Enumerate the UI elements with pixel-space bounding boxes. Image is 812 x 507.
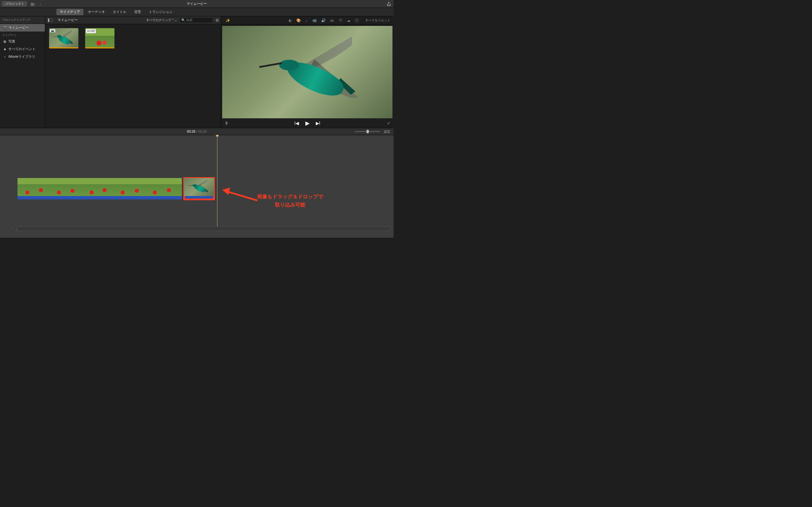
sidebar-item-photos[interactable]: ✿ 写真 [0,38,45,45]
magic-wand-icon[interactable]: ✨ [225,18,230,22]
music-note-icon: ♫ [15,227,18,230]
sidebar-item-all-events[interactable]: ★ すべてのイベント [0,45,45,53]
annotation-line1: 画像もドラッグ＆ドロップで [257,193,323,201]
noise-equalizer-icon[interactable] [330,19,334,22]
clip-filter-dropdown[interactable]: すべてのクリップ ⌃⌄ [146,18,177,22]
color-correction-icon[interactable]: 🎨 [296,18,301,22]
sidebar-item-my-movie[interactable]: 🎬 マイムービー [0,24,45,32]
info-icon[interactable]: ⓘ [355,18,359,23]
reset-all-button[interactable]: すべてをリセット [365,18,390,22]
timeline-settings-button[interactable]: 設定 [384,129,390,134]
photos-flower-icon: ✿ [3,40,7,44]
sidebar-project-media-header: プロジェクトメディア [0,16,45,24]
media-tabs: マイメディア オーディオ タイトル 背景 トランジション [0,8,394,16]
current-time: 00:26 [187,129,195,133]
speed-icon[interactable]: ⏱ [339,18,342,22]
clip-grid: 📷 22.6秒 [45,24,221,52]
timeline[interactable]: ♫ 画像もドラッグ＆ドロップで 取り込み可能 [0,135,394,238]
flower-icon [26,190,29,194]
stabilization-icon[interactable]: 📹 [312,18,317,22]
browser-header: マイムービー すべてのクリップ ⌃⌄ 🔍 検索 ⚙ [45,16,221,24]
chevron-right-icon: › [3,55,7,59]
download-icon[interactable]: ↓ [40,2,42,6]
adjust-toolbar: ✨ ◐ 🎨 ⟂ 📹 🔊 ⏱ ☁ ⓘ すべてをリセット [221,16,394,25]
flower-icon [57,190,61,194]
next-button[interactable]: ▶I [316,121,320,126]
browser-title: マイムービー [57,18,78,22]
media-browser: マイムービー すべてのクリップ ⌃⌄ 🔍 検索 ⚙ 📷 [45,16,221,128]
flower-icon [103,188,107,192]
tab-backgrounds[interactable]: 背景 [131,9,144,15]
svg-line-2 [227,191,257,201]
media-import-icon[interactable]: ▦♪ [31,2,36,6]
timeline-header: 00:26 / 00:26 設定 [0,128,394,135]
flower-icon [103,41,107,45]
video-track [17,178,214,203]
tab-audio[interactable]: オーディオ [85,9,108,15]
sidebar-item-label: マイムービー [8,25,29,30]
search-placeholder: 検索 [186,18,193,22]
flower-icon [70,189,74,193]
sidebar-item-imovie-library[interactable]: › iMovieライブラリ [0,53,45,61]
crop-icon[interactable]: ⟂ [305,18,308,22]
window-title: マイムービー [187,1,207,6]
microphone-icon[interactable]: 🎙 [224,121,229,126]
flower-icon [96,41,101,46]
tab-titles[interactable]: タイトル [109,9,130,15]
search-input[interactable]: 🔍 検索 [179,17,213,23]
share-icon[interactable] [387,2,391,6]
titlebar: ‹ プロジェクト ▦♪ ↓ マイムービー [0,0,394,8]
updown-icon: ⌃⌄ [172,18,177,22]
svg-rect-1 [48,18,49,22]
clip-filter-icon[interactable]: ☁ [347,18,350,22]
sidebar-toggle-icon[interactable] [47,18,54,22]
clip-duration-badge: 22.6秒 [86,29,96,33]
sidebar-item-label: 写真 [8,39,15,44]
svg-marker-3 [222,187,230,195]
camera-badge-icon: 📷 [50,29,55,33]
flower-icon [39,188,43,192]
flower-icon [90,190,94,194]
back-label: プロジェクト [6,2,24,6]
timeline-clip-image[interactable] [184,178,214,200]
timeline-clip-video[interactable] [17,178,182,200]
prev-button[interactable]: I◀ [294,121,299,126]
viewer: ✨ ◐ 🎨 ⟂ 📹 🔊 ⏱ ☁ ⓘ すべてをリセット 🎙 I◀ ▶ ▶I ⤢ [221,16,394,128]
tab-transitions[interactable]: トランジション [146,9,176,15]
zoom-slider[interactable] [355,131,380,132]
fullscreen-icon[interactable]: ⤢ [387,121,390,125]
search-icon: 🔍 [181,18,185,22]
playback-controls: 🎙 I◀ ▶ ▶I ⤢ [221,118,394,128]
sidebar-item-label: すべてのイベント [8,47,36,52]
gear-icon[interactable]: ⚙ [215,18,219,22]
flower-icon [135,189,139,193]
clip-thumbnail-video[interactable]: 22.6秒 [85,28,114,48]
flower-icon [167,188,171,192]
sidebar: プロジェクトメディア 🎬 マイムービー ライブラリ ✿ 写真 ★ すべてのイベン… [0,16,45,128]
timecode: 00:26 / 00:26 [187,129,207,133]
clip-thumbnail-photo[interactable]: 📷 [49,28,79,48]
preview-canvas[interactable] [222,26,393,118]
tab-my-media[interactable]: マイメディア [56,9,84,15]
volume-icon[interactable]: 🔊 [321,18,326,22]
back-button[interactable]: ‹ プロジェクト [2,1,27,6]
star-icon: ★ [3,47,7,51]
total-time: 00:26 [198,129,207,133]
sidebar-library-header: ライブラリ [0,32,45,38]
clapperboard-icon: 🎬 [3,26,7,30]
play-button[interactable]: ▶ [305,120,310,126]
annotation-line2: 取り込み可能 [257,201,323,209]
flower-icon [121,190,124,194]
sidebar-item-label: iMovieライブラリ [8,54,35,59]
arrow-icon [222,187,262,207]
color-balance-icon[interactable]: ◐ [289,18,292,22]
audio-track[interactable]: ♫ [13,226,390,231]
flower-icon [153,190,157,194]
playhead[interactable] [217,135,217,229]
